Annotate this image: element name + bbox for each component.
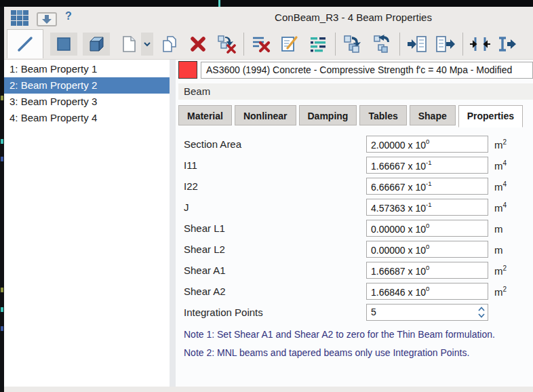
i11-input[interactable]: 1.66667 x 10-1 [366,157,488,174]
field-value-text: 6.66667 x 10 [371,182,426,193]
copy-documents-icon [161,35,178,53]
field-row-shear-l2: Shear L20.00000 x 100m [176,239,533,260]
chevron-up-icon [478,307,485,311]
spinner-up-button[interactable] [475,305,487,313]
note-1: Note 1: Set Shear A1 and Shear A2 to zer… [184,326,533,344]
section-area-input[interactable]: 2.00000 x 100 [366,136,488,153]
section-export-button[interactable] [495,33,519,56]
spinner-down-button[interactable] [475,313,487,320]
unit-base: m [494,244,503,256]
integration-points-input[interactable]: 5 [366,304,488,321]
field-unit-shear-l1: m [494,222,503,235]
field-exponent: 0 [426,285,429,292]
unit-power: 4 [503,201,507,209]
purge-rows-button[interactable] [249,33,273,56]
field-row-shear-a1: Shear A11.66687 x 100m2 [176,260,533,281]
unit-power: 2 [503,286,507,293]
field-unit-i11: m4 [494,159,507,172]
import-properties-button[interactable] [405,33,429,56]
brick-cube-icon [87,35,105,53]
unit-power: 4 [503,159,507,167]
shear-a2-input[interactable]: 1.66846 x 100 [366,283,488,300]
delete-x-icon [189,35,207,53]
properties-panel: AS3600 (1994) Concrete - Compressive Str… [176,60,533,387]
unit-base: m [494,139,503,151]
list-item-beam-property-1[interactable]: 1: Beam Property 1 [4,61,170,77]
field-label-i22: I22 [184,180,366,192]
list-item-beam-property-3[interactable]: 3: Beam Property 3 [4,94,170,110]
field-value-text: 1.66687 x 10 [371,266,426,277]
export-document-icon [435,35,456,53]
paste-from-clipboard-button[interactable] [370,33,395,56]
field-label-shear-l1: Shear L1 [184,222,366,234]
dialog-body: 1: Beam Property 12: Beam Property 23: B… [4,60,533,392]
shear-a1-input[interactable]: 1.66687 x 100 [366,262,488,279]
delete-unreferenced-icon [217,35,236,54]
field-exponent: -1 [426,159,431,166]
field-row-shear-a2: Shear A21.66846 x 100m2 [176,281,533,302]
field-value-text: 4.57363 x 10 [371,203,426,214]
purge-lines-icon [252,35,271,54]
panel-divider [170,60,176,387]
paste-back-icon [373,35,392,54]
background-top-tick [218,0,220,7]
tab-tables[interactable]: Tables [359,105,406,125]
j-input[interactable]: 4.57363 x 10-1 [366,199,488,216]
export-properties-button[interactable] [433,33,458,56]
unit-base: m [494,223,503,235]
plate-element-button[interactable] [50,33,77,56]
tab-properties[interactable]: Properties [458,105,523,128]
field-unit-i22: m4 [494,180,507,193]
i22-input[interactable]: 6.66667 x 10-1 [366,178,488,195]
field-label-i11: I11 [184,159,366,171]
import-document-icon [407,35,427,53]
brick-element-button[interactable] [83,33,110,56]
plate-square-icon [56,36,72,52]
field-unit-section-area: m2 [494,138,507,151]
toolbar-separator [335,33,336,56]
material-name-field[interactable]: AS3600 (1994) Concrete - Compressive Str… [201,62,533,79]
unit-base: m [494,286,503,298]
model-strip-mark [1,307,3,312]
list-item-beam-property-4[interactable]: 4: Beam Property 4 [4,110,170,126]
shear-l1-input[interactable]: 0.00000 x 100 [366,220,488,237]
compress-ibeam-icon [470,35,490,53]
toolbar-separator [243,33,244,56]
tab-damping[interactable]: Damping [299,105,357,125]
tab-shape[interactable]: Shape [410,105,456,125]
dialog-title: ConBeam_R3 - 4 Beam Properties [4,12,533,23]
field-label-shear-a2: Shear A2 [184,286,366,297]
copy-to-clipboard-button[interactable] [340,33,365,56]
unit-power: 2 [503,138,507,146]
dialog-titlebar: ? ConBeam_R3 - 4 Beam Properties [4,7,533,28]
edit-document-icon [280,35,299,54]
list-item-beam-property-2[interactable]: 2: Beam Property 2 [4,77,170,94]
copy-property-button[interactable] [157,33,182,56]
shear-l2-input[interactable]: 0.00000 x 100 [366,241,488,258]
field-unit-shear-a1: m2 [494,264,507,277]
unit-base: m [494,160,503,172]
tab-nonlinear[interactable]: Nonlinear [235,105,296,125]
delete-property-button[interactable] [186,33,210,56]
property-list: 1: Beam Property 12: Beam Property 23: B… [4,60,170,387]
model-strip-mark [1,288,3,292]
delete-unreferenced-button[interactable] [214,33,239,56]
field-row-i11: I111.66667 x 10-1m4 [176,155,533,176]
beam-element-button[interactable] [7,29,43,58]
field-value-text: 0.00000 x 10 [371,224,426,235]
compact-sections-button[interactable] [468,33,492,56]
property-details-button[interactable] [306,33,330,56]
field-label-shear-l2: Shear L2 [184,243,366,255]
ibeam-arrow-icon [497,35,517,53]
note-2: Note 2: MNL beams and tapered beams only… [184,344,533,362]
edit-property-button[interactable] [277,33,302,56]
new-property-button[interactable] [117,33,141,56]
material-color-swatch[interactable] [178,61,197,79]
copy-forward-icon [343,35,362,54]
field-exponent: 0 [426,222,429,229]
field-row-shear-l1: Shear L10.00000 x 100m [176,218,533,239]
model-strip-mark [1,96,3,100]
new-property-dropdown[interactable] [141,33,153,56]
model-strip-mark [1,157,3,161]
tab-material[interactable]: Material [178,105,232,125]
